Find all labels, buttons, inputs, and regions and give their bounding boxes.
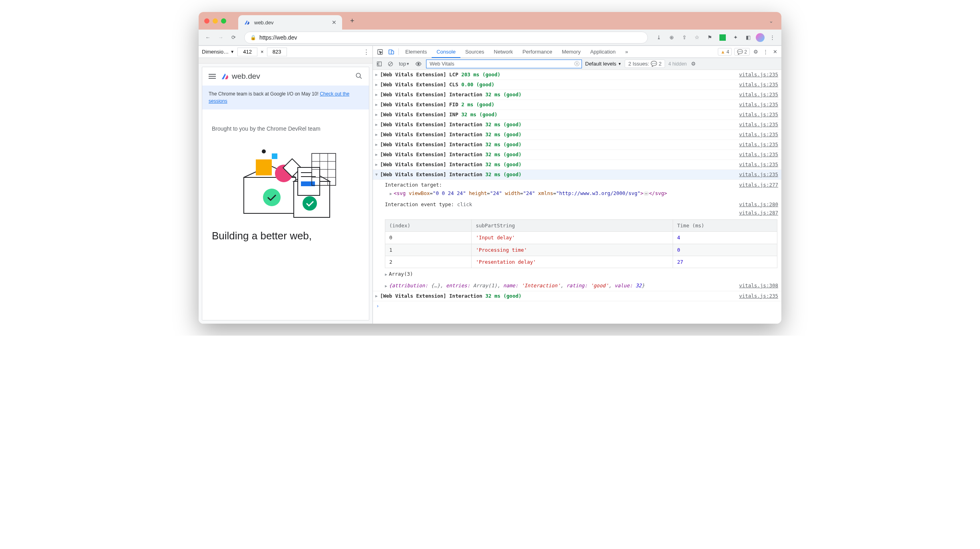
hamburger-icon[interactable] (209, 74, 216, 79)
context-selector[interactable]: top ▼ (398, 61, 411, 67)
dimension-separator: × (261, 49, 264, 55)
expand-icon[interactable]: ▶ (375, 161, 380, 168)
clear-console-icon[interactable] (386, 61, 394, 67)
log-source-link[interactable]: vitals.js:235 (735, 81, 778, 89)
expand-icon[interactable]: ▶ (375, 101, 380, 108)
tab-console[interactable]: Console (432, 46, 460, 58)
extensions-icon[interactable]: ✦ (730, 32, 741, 43)
expand-icon[interactable]: ▶ (375, 91, 380, 98)
minimize-window-button[interactable] (213, 18, 218, 24)
expand-icon[interactable]: ▶ (375, 131, 380, 138)
tab-performance[interactable]: Performance (518, 46, 557, 58)
clear-filter-icon[interactable]: ⓧ (574, 60, 580, 68)
log-row[interactable]: ▶[Web Vitals Extension] Interaction 32 m… (373, 150, 781, 160)
log-levels-dropdown[interactable]: Default levels ▼ (585, 61, 621, 67)
extension-green-icon[interactable] (717, 32, 728, 43)
log-row[interactable]: ▶[Web Vitals Extension] Interaction 32 m… (373, 130, 781, 140)
expand-icon[interactable]: ▶ (375, 292, 380, 299)
download-icon[interactable]: ⤓ (653, 32, 664, 43)
back-button[interactable]: ← (203, 32, 213, 43)
log-row[interactable]: ▶[Web Vitals Extension] INP 32 ms (good)… (373, 110, 781, 120)
log-source-link[interactable]: vitals.js:280 (739, 200, 778, 209)
dimensions-dropdown[interactable]: Dimensio… ▼ (202, 49, 234, 55)
log-source-link[interactable]: vitals.js:235 (735, 161, 778, 169)
log-source-link[interactable]: vitals.js:235 (735, 171, 778, 179)
live-expression-icon[interactable] (414, 61, 423, 67)
log-source-link[interactable]: vitals.js:235 (735, 121, 778, 129)
toggle-sidebar-icon[interactable] (375, 61, 383, 67)
svg-rect-25 (391, 51, 394, 54)
log-source-link[interactable]: vitals.js:277 (739, 181, 778, 189)
close-tab-icon[interactable]: ✕ (332, 19, 337, 26)
share-icon[interactable]: ⇧ (679, 32, 689, 43)
messages-chip[interactable]: 💬2 (734, 48, 750, 56)
log-row[interactable]: ▶[Web Vitals Extension] Interaction 32 m… (373, 90, 781, 100)
browser-tab[interactable]: web.dev ✕ (238, 15, 342, 30)
inspect-icon[interactable] (374, 46, 386, 58)
log-row[interactable]: ▶[Web Vitals Extension] CLS 0.00 (good)v… (373, 80, 781, 90)
expand-icon[interactable]: ▶ (385, 270, 389, 278)
forward-button[interactable]: → (215, 32, 226, 43)
flag-icon[interactable]: ⚑ (705, 32, 715, 43)
webdev-logo[interactable]: web.dev (221, 72, 260, 81)
tab-application[interactable]: Application (586, 46, 621, 58)
log-source-link[interactable]: vitals.js:235 (735, 141, 778, 149)
expand-icon[interactable]: ▶ (375, 121, 380, 128)
log-source-link[interactable]: vitals.js:235 (735, 292, 778, 300)
warnings-chip[interactable]: ▲4 (718, 48, 732, 56)
log-row[interactable]: ▶[Web Vitals Extension] FID 2 ms (good)v… (373, 100, 781, 110)
omnibox[interactable]: 🔒 https://web.dev (244, 32, 648, 44)
log-row[interactable]: ▶ [Web Vitals Extension] Interaction 32 … (373, 291, 781, 301)
settings-icon[interactable]: ⚙ (751, 46, 761, 58)
tab-sources[interactable]: Sources (460, 46, 489, 58)
log-row[interactable]: ▶[Web Vitals Extension] LCP 203 ms (good… (373, 70, 781, 80)
log-row[interactable]: ▶[Web Vitals Extension] Interaction 32 m… (373, 140, 781, 150)
collapse-icon[interactable]: ▼ (375, 171, 380, 178)
log-source-link[interactable]: vitals.js:235 (735, 71, 778, 79)
expand-icon[interactable]: ▶ (385, 282, 389, 289)
tab-memory[interactable]: Memory (557, 46, 586, 58)
star-icon[interactable]: ☆ (692, 32, 702, 43)
device-more-icon[interactable]: ⋮ (363, 48, 369, 56)
log-source-link[interactable]: vitals.js:235 (735, 91, 778, 99)
close-devtools-icon[interactable]: ✕ (771, 46, 780, 58)
maximize-window-button[interactable] (221, 18, 226, 24)
log-source-link[interactable]: vitals.js:235 (735, 151, 778, 159)
log-source-link[interactable]: vitals.js:235 (735, 111, 778, 119)
expand-icon[interactable]: ▶ (375, 141, 380, 148)
expand-icon[interactable]: ▶ (375, 151, 380, 158)
tab-elements[interactable]: Elements (400, 46, 432, 58)
log-source-link[interactable]: vitals.js:308 (739, 281, 778, 290)
avatar[interactable] (756, 33, 765, 42)
tabs-dropdown-icon[interactable]: ⌄ (769, 18, 773, 24)
expand-icon[interactable]: ▶ (375, 81, 380, 88)
sidepanel-icon[interactable]: ◧ (743, 32, 753, 43)
console-prompt[interactable]: › (373, 301, 781, 310)
log-source-link[interactable]: vitals.js:287 (739, 209, 778, 217)
close-window-button[interactable] (204, 18, 209, 24)
log-source-link[interactable]: vitals.js:235 (735, 131, 778, 139)
issues-chip[interactable]: 2 Issues: 💬 2 (625, 60, 665, 68)
log-row[interactable]: ▶[Web Vitals Extension] Interaction 32 m… (373, 160, 781, 170)
interaction-table: (index) subPartString Time (ms) 0'Input … (385, 219, 777, 268)
width-input[interactable] (237, 48, 257, 56)
new-tab-button[interactable]: + (350, 17, 355, 25)
log-row-expanded[interactable]: ▼ [Web Vitals Extension] Interaction 32 … (373, 170, 781, 180)
console-body: ▶[Web Vitals Extension] LCP 203 ms (good… (373, 70, 781, 324)
device-mode-icon[interactable] (386, 46, 397, 58)
reload-button[interactable]: ⟳ (228, 32, 239, 43)
zoom-icon[interactable]: ⊕ (666, 32, 677, 43)
expand-icon[interactable]: ▶ (390, 189, 394, 197)
log-source-link[interactable]: vitals.js:235 (735, 101, 778, 109)
expand-icon[interactable]: ▶ (375, 71, 380, 78)
console-settings-icon[interactable]: ⚙ (690, 61, 697, 67)
search-icon[interactable] (355, 72, 363, 81)
expand-icon[interactable]: ▶ (375, 111, 380, 118)
height-input[interactable] (267, 48, 287, 56)
tab-network[interactable]: Network (489, 46, 518, 58)
chrome-menu-icon[interactable]: ⋮ (767, 32, 777, 43)
devtools-more-icon[interactable]: ⋮ (761, 46, 771, 58)
tabs-overflow[interactable]: » (620, 46, 633, 58)
filter-input[interactable]: Web Vitals ⓧ (426, 60, 582, 68)
log-row[interactable]: ▶[Web Vitals Extension] Interaction 32 m… (373, 120, 781, 130)
